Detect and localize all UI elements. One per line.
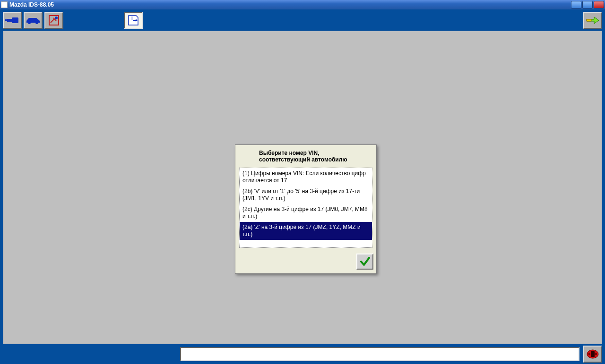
connector-button[interactable] [3,12,22,29]
vin-options-list[interactable]: (1) Цифры номера VIN: Если количество ци… [239,168,372,248]
maximize-button[interactable] [582,1,593,8]
svg-rect-9 [591,351,595,357]
minimize-button[interactable] [571,1,581,8]
toolbar-right [583,12,602,29]
connector-icon [5,16,19,25]
titlebar-left: Mazda IDS-88.05 [1,1,54,8]
tools-button[interactable] [44,12,63,29]
svg-point-4 [35,21,38,24]
svg-point-6 [55,17,58,19]
app-icon [1,1,8,8]
top-toolbar: i [0,9,605,31]
app-window: Mazda IDS-88.05 [0,0,605,364]
close-button[interactable] [594,1,604,8]
info-icon: i [127,14,140,27]
svg-rect-2 [5,19,8,21]
window-title: Mazda IDS-88.05 [9,1,54,8]
window-controls [571,1,604,8]
list-item[interactable]: (2b) 'V' или от '1' до '5' на 3-й цифре … [240,186,372,204]
info-button[interactable]: i [124,12,143,29]
svg-point-3 [28,21,31,24]
arrow-right-icon [586,16,600,25]
svg-rect-0 [12,17,18,23]
car-icon [25,16,41,25]
toolbar-left: i [3,12,143,29]
dialog-title: Выберите номер VIN, соответствующий авто… [235,145,376,168]
tools-icon [48,14,60,26]
bottom-bar [0,344,605,364]
title-bar: Mazda IDS-88.05 [0,0,605,9]
main-content: Выберите номер VIN, соответствующий авто… [3,31,602,344]
svg-text:i: i [131,16,133,21]
vehicle-button[interactable] [24,12,43,29]
vin-select-dialog: Выберите номер VIN, соответствующий авто… [235,144,377,274]
emergency-button[interactable] [583,346,602,363]
list-item[interactable]: (2c) Другие на 3-й цифре из 17 (JM0, JM7… [240,204,372,222]
svg-rect-11 [595,353,597,355]
next-button[interactable] [583,12,602,29]
status-field [180,347,579,361]
svg-rect-10 [588,353,590,355]
list-item[interactable]: (2a) 'Z' на 3-й цифре из 17 (JMZ, 1YZ, M… [240,222,372,240]
check-icon [359,256,371,267]
emergency-icon [586,348,600,360]
list-item[interactable]: (1) Цифры номера VIN: Если количество ци… [240,168,372,186]
dialog-footer [235,252,376,273]
ok-button[interactable] [356,254,373,270]
